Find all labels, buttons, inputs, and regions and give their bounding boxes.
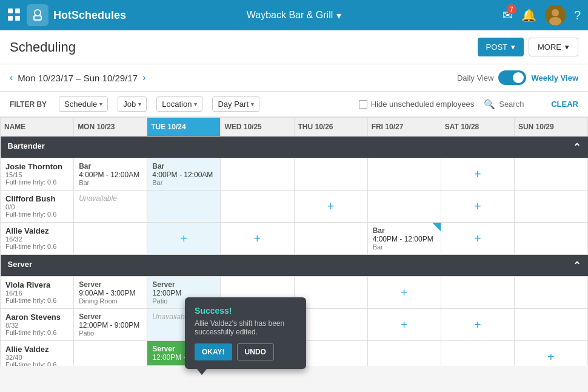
add-shift-button[interactable]: + [446, 194, 509, 218]
avatar[interactable] [545, 5, 566, 25]
shift-cell-wed[interactable]: + [221, 223, 294, 255]
emp-name: Allie Valdez [5, 345, 68, 354]
toast-undo-button[interactable]: UNDO [237, 343, 274, 360]
shift-cell-fri[interactable]: + [367, 309, 441, 341]
help-icon[interactable]: ? [574, 8, 581, 22]
svg-rect-5 [34, 16, 41, 20]
shift-cell-tue[interactable] [147, 191, 221, 223]
shift-cell-mon[interactable]: Bar 4:00PM - 12:00AM Bar [74, 158, 147, 191]
shift-cell-thu[interactable] [294, 223, 367, 255]
shift-cell-tue[interactable]: + [147, 223, 221, 255]
success-toast: Success! Allie Valdez's shift has been s… [185, 297, 306, 369]
shift-cell-sun[interactable] [514, 191, 587, 223]
shift-cell-sun[interactable] [514, 277, 587, 309]
location-filter[interactable]: Location ▾ [156, 96, 202, 112]
next-week-button[interactable]: › [142, 72, 145, 83]
search-icon[interactable]: 🔍 [484, 99, 495, 110]
view-toggle: Daily View Weekly View [457, 70, 578, 85]
view-toggle-switch[interactable] [498, 70, 526, 85]
toast-okay-button[interactable]: OKAY! [195, 343, 232, 360]
bell-icon[interactable]: 🔔 [521, 8, 536, 22]
server-collapse-button[interactable]: ⌃ [573, 260, 581, 271]
schedule-dropdown-icon: ▾ [99, 101, 102, 107]
header-actions: POST ▾ MORE ▾ [478, 38, 578, 56]
svg-rect-3 [15, 16, 20, 21]
clear-button[interactable]: CLEAR [551, 100, 578, 109]
shift-cell-mon[interactable] [74, 341, 147, 367]
add-shift-button[interactable]: + [373, 313, 436, 337]
shift-cell-wed[interactable] [221, 158, 294, 191]
emp-type: Full-time hrly: 0.6 [5, 361, 68, 366]
grid-menu-icon[interactable] [7, 8, 21, 23]
emp-name-cell: Allie Valdez 32/40 Full-time hrly: 0.6 [1, 341, 74, 367]
prev-week-button[interactable]: ‹ [10, 72, 13, 83]
shift-cell-sat[interactable] [441, 341, 514, 367]
add-shift-button[interactable]: + [152, 226, 215, 251]
shift-cell-mon[interactable]: Server 12:00PM - 9:00PM Patio [74, 309, 147, 341]
shift-cell-sat[interactable]: + [441, 309, 514, 341]
svg-point-7 [552, 9, 559, 16]
svg-rect-1 [15, 8, 20, 13]
more-button[interactable]: MORE ▾ [529, 38, 578, 56]
add-shift-button[interactable]: + [446, 226, 509, 251]
shift-cell-mon[interactable]: Server 9:00AM - 3:00PM Dining Room [74, 277, 147, 309]
search-input[interactable] [499, 100, 547, 109]
add-shift-button[interactable]: + [226, 226, 289, 251]
shift-cell-sun[interactable] [514, 223, 587, 255]
shift-cell-fri[interactable] [367, 341, 441, 367]
group-bartender: Bartender ⌃ [1, 137, 588, 158]
more-dropdown-icon: ▾ [565, 42, 569, 52]
messages-button[interactable]: ✉ 7 [503, 8, 513, 22]
schedule-filter[interactable]: Schedule ▾ [59, 96, 108, 112]
shift-cell-fri[interactable] [367, 191, 441, 223]
hide-unscheduled-toggle[interactable]: Hide unscheduled employees [359, 100, 475, 109]
shift-cell-tue[interactable]: Bar 4:00PM - 12:00AM Bar [147, 158, 221, 191]
emp-type: Full-time hrly: 0.6 [5, 211, 68, 218]
emp-name: Josie Thornton [5, 162, 68, 171]
shift-cell-fri[interactable] [367, 158, 441, 191]
shift-cell-sun[interactable]: + [514, 341, 587, 367]
restaurant-dropdown-icon: ▾ [336, 10, 341, 21]
add-shift-button[interactable]: + [373, 280, 436, 305]
post-button[interactable]: POST ▾ [478, 38, 524, 56]
shift-cell-sun[interactable] [514, 309, 587, 341]
shift-cell-sat[interactable] [441, 277, 514, 309]
shift-cell-fri[interactable]: + [367, 277, 441, 309]
shift-cell-sat[interactable]: + [441, 191, 514, 223]
col-header-fri: FRI 10/27 [367, 118, 441, 137]
add-shift-button[interactable]: + [446, 313, 509, 337]
shift-cell-mon[interactable] [74, 223, 147, 255]
emp-name: Allie Valdez [5, 226, 68, 235]
shift-cell-thu[interactable]: + [294, 191, 367, 223]
svg-rect-0 [8, 8, 13, 13]
add-shift-button[interactable]: + [446, 162, 509, 186]
emp-name: Viola Rivera [5, 280, 68, 289]
emp-stats: 32/40 [5, 354, 68, 361]
table-row: Allie Valdez 16/32 Full-time hrly: 0.6 +… [1, 223, 588, 255]
shift-cell-wed[interactable] [221, 191, 294, 223]
restaurant-selector[interactable]: Wayback Bar & Grill ▾ [247, 10, 342, 21]
svg-point-4 [35, 10, 41, 16]
shift-cell-sat[interactable]: + [441, 158, 514, 191]
toast-message: Allie Valdez's shift has been successful… [195, 319, 296, 336]
shift-cell-sun[interactable] [514, 158, 587, 191]
day-part-filter[interactable]: Day Part ▾ [212, 96, 259, 112]
emp-type: Full-time hrly: 0.6 [5, 297, 68, 304]
job-filter[interactable]: Job ▾ [118, 96, 147, 112]
shift-cell-sat[interactable]: + [441, 223, 514, 255]
add-shift-button[interactable]: + [299, 194, 362, 218]
shift-cell-fri[interactable]: Bar 4:00PM - 12:00PM Bar [367, 223, 441, 255]
shift-cell-thu[interactable] [294, 158, 367, 191]
svg-point-8 [549, 17, 561, 25]
col-header-thu: THU 10/26 [294, 118, 367, 137]
shift-cell-mon[interactable]: Unavailable [74, 191, 147, 223]
col-header-tue: TUE 10/24 [147, 118, 221, 137]
date-nav: ‹ Mon 10/23/17 – Sun 10/29/17 › Daily Vi… [0, 64, 588, 92]
emp-type: Full-time hrly: 0.6 [5, 178, 68, 186]
emp-name-cell: Aaron Stevens 8/32 Full-time hrly: 0.6 [1, 309, 74, 341]
add-shift-button[interactable]: + [520, 345, 583, 366]
hide-unscheduled-checkbox[interactable] [359, 100, 367, 109]
bartender-collapse-button[interactable]: ⌃ [573, 141, 581, 153]
emp-type: Full-time hrly: 0.6 [5, 243, 68, 250]
emp-name-cell: Allie Valdez 16/32 Full-time hrly: 0.6 [1, 223, 74, 255]
